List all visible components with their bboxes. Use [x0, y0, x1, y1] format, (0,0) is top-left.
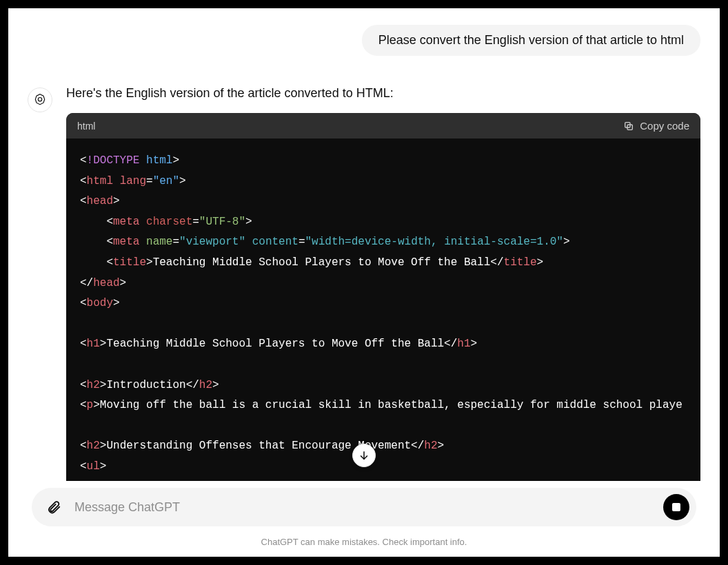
stop-icon: [672, 503, 680, 511]
openai-logo-icon: [33, 93, 47, 107]
paperclip-icon: [46, 500, 61, 515]
stop-button[interactable]: [663, 494, 689, 520]
attach-button[interactable]: [43, 496, 65, 518]
footer-disclaimer: ChatGPT can make mistakes. Check importa…: [8, 537, 720, 547]
copy-code-label: Copy code: [640, 120, 689, 132]
composer: [32, 488, 696, 526]
assistant-content: Here's the English version of the articl…: [66, 86, 700, 481]
copy-code-button[interactable]: Copy code: [623, 120, 689, 132]
assistant-avatar: [28, 88, 52, 112]
copy-icon: [623, 121, 634, 132]
arrow-down-icon: [358, 449, 370, 462]
code-language-label: html: [77, 121, 95, 132]
chat-scroll-area: Please convert the English version of th…: [8, 8, 720, 481]
user-message-text: Please convert the English version of th…: [378, 33, 684, 47]
svg-point-0: [38, 98, 41, 101]
assistant-message-row: Here's the English version of the articl…: [28, 86, 700, 481]
user-message-bubble: Please convert the English version of th…: [362, 25, 700, 56]
assistant-intro-text: Here's the English version of the articl…: [66, 86, 700, 101]
code-block: html Copy code <!DOCTYPE html> <html lan…: [66, 113, 700, 481]
code-header: html Copy code: [66, 113, 700, 138]
scroll-to-bottom-button[interactable]: [352, 444, 376, 467]
message-input[interactable]: [74, 500, 654, 515]
user-message-row: Please convert the English version of th…: [28, 25, 700, 56]
code-body[interactable]: <!DOCTYPE html> <html lang="en"> <head> …: [66, 138, 700, 481]
app-frame: Please convert the English version of th…: [8, 8, 720, 557]
